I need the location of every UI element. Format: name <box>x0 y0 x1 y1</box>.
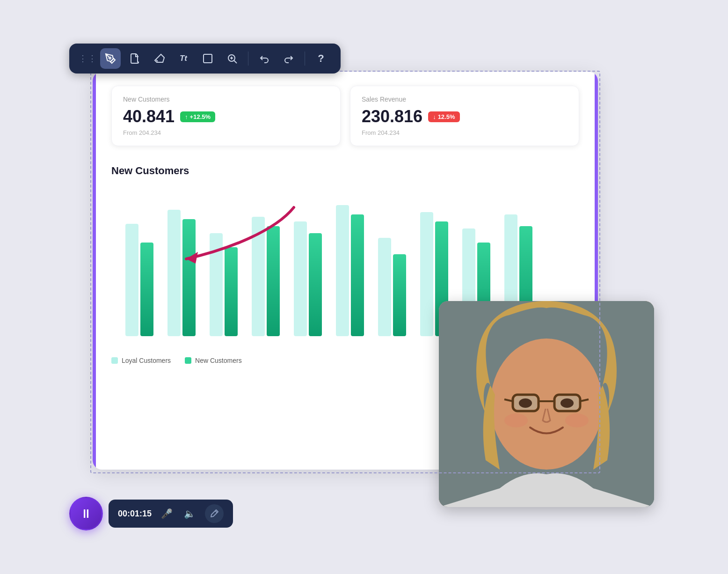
legend-loyal-customers: Loyal Customers <box>111 357 171 364</box>
svg-point-29 <box>490 339 603 470</box>
legend-label-new: New Customers <box>195 357 242 364</box>
svg-rect-16 <box>336 205 349 336</box>
toolbar-divider-1 <box>248 52 248 66</box>
stat-from-new-customers: From 204.234 <box>123 129 329 136</box>
svg-rect-11 <box>225 247 238 336</box>
undo-button[interactable] <box>254 48 275 69</box>
pause-icon: ⏸ <box>80 507 92 521</box>
marker-tool-button[interactable] <box>124 48 145 69</box>
timer-display: 00:01:15 <box>118 509 152 519</box>
svg-rect-8 <box>167 210 181 336</box>
recording-controls: ⏸ 00:01:15 🎤 🔈 <box>69 497 233 530</box>
stat-card-new-customers: New Customers 40.841 ↑ +12.5% From 204.2… <box>111 86 341 146</box>
stat-badge-new-customers: ↑ +12.5% <box>180 111 215 122</box>
stat-label-sales-revenue: Sales Revenue <box>362 96 568 103</box>
svg-rect-7 <box>140 243 153 336</box>
shape-tool-button[interactable] <box>197 48 218 69</box>
stat-badge-sales-revenue: ↓ 12.5% <box>428 111 459 122</box>
stat-value-row-new: 40.841 ↑ +12.5% <box>123 107 329 126</box>
pause-record-button[interactable]: ⏸ <box>69 497 103 530</box>
timer-bar: 00:01:15 🎤 🔈 <box>109 500 233 528</box>
svg-point-39 <box>504 413 528 427</box>
svg-point-0 <box>109 57 111 59</box>
video-thumbnail <box>439 301 654 507</box>
svg-rect-12 <box>252 217 265 336</box>
svg-rect-19 <box>393 254 406 336</box>
svg-rect-14 <box>294 221 307 336</box>
svg-rect-1 <box>204 54 212 63</box>
speaker-button[interactable]: 🔈 <box>182 506 197 521</box>
stat-value-sales-revenue: 230.816 <box>362 107 422 126</box>
trend-up-icon: ↑ <box>185 113 188 120</box>
legend-dot-loyal <box>111 357 118 364</box>
pen-tool-button[interactable] <box>100 48 121 69</box>
svg-rect-9 <box>182 219 196 336</box>
video-face <box>439 301 654 507</box>
stat-from-sales-revenue: From 204.234 <box>362 129 568 136</box>
stats-row: New Customers 40.841 ↑ +12.5% From 204.2… <box>93 72 598 155</box>
svg-rect-17 <box>351 214 364 336</box>
chart-title: New Customers <box>111 165 579 177</box>
svg-rect-6 <box>125 224 138 336</box>
stat-card-sales-revenue: Sales Revenue 230.816 ↓ 12.5% From 204.2… <box>350 86 579 146</box>
help-button[interactable]: ? <box>311 48 331 69</box>
toolbar-divider-2 <box>305 52 305 66</box>
svg-line-3 <box>234 60 237 63</box>
stat-value-new-customers: 40.841 <box>123 107 175 126</box>
svg-rect-10 <box>210 233 223 336</box>
svg-point-40 <box>565 413 589 427</box>
svg-rect-15 <box>309 233 322 336</box>
mic-button[interactable]: 🎤 <box>159 506 175 521</box>
drag-handle[interactable]: ⋮⋮ <box>79 53 96 64</box>
trend-down-icon: ↓ <box>433 113 436 120</box>
drawing-toolbar: ⋮⋮ Tt <box>69 44 341 74</box>
legend-label-loyal: Loyal Customers <box>122 357 171 364</box>
legend-new-customers: New Customers <box>185 357 242 364</box>
svg-point-38 <box>561 398 574 408</box>
redo-button[interactable] <box>278 48 299 69</box>
svg-rect-13 <box>267 226 280 336</box>
text-tool-button[interactable]: Tt <box>173 48 194 69</box>
svg-rect-18 <box>378 238 391 336</box>
stat-label-new-customers: New Customers <box>123 96 329 103</box>
eraser-tool-button[interactable] <box>149 48 169 69</box>
svg-point-37 <box>519 398 532 408</box>
draw-button[interactable] <box>205 504 224 523</box>
zoom-tool-button[interactable] <box>222 48 242 69</box>
stat-value-row-revenue: 230.816 ↓ 12.5% <box>362 107 568 126</box>
svg-rect-20 <box>420 212 433 336</box>
person-silhouette <box>439 301 654 507</box>
legend-dot-new <box>185 357 191 364</box>
